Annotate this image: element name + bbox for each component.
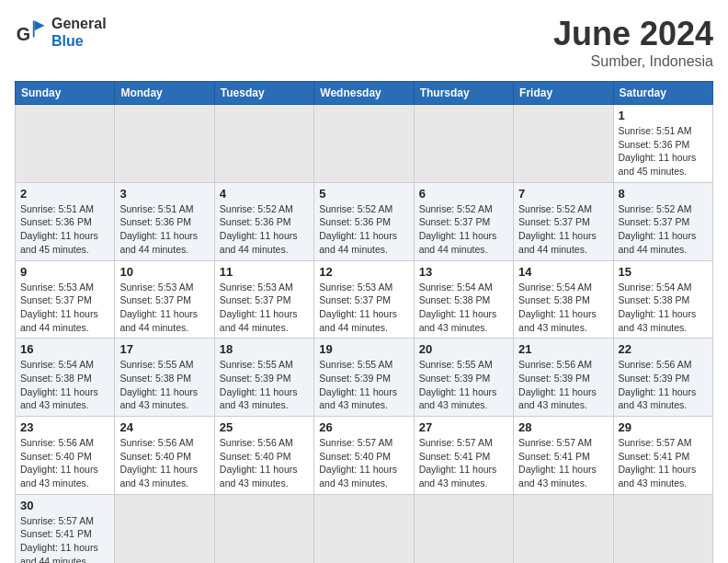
weekday-header-friday: Friday xyxy=(514,82,613,105)
calendar-cell xyxy=(414,105,513,183)
calendar-cell: 23Sunrise: 5:56 AMSunset: 5:40 PMDayligh… xyxy=(16,417,115,495)
calendar-cell: 27Sunrise: 5:57 AMSunset: 5:41 PMDayligh… xyxy=(414,417,513,495)
day-number: 27 xyxy=(419,420,508,434)
weekday-header-monday: Monday xyxy=(115,82,214,105)
calendar-cell: 1Sunrise: 5:51 AMSunset: 5:36 PMDaylight… xyxy=(613,105,712,183)
day-info: Sunrise: 5:56 AMSunset: 5:39 PMDaylight:… xyxy=(619,358,708,412)
weekday-header-saturday: Saturday xyxy=(613,82,712,105)
calendar-cell: 28Sunrise: 5:57 AMSunset: 5:41 PMDayligh… xyxy=(514,417,613,495)
calendar-cell: 17Sunrise: 5:55 AMSunset: 5:38 PMDayligh… xyxy=(115,339,214,417)
day-info: Sunrise: 5:51 AMSunset: 5:36 PMDaylight:… xyxy=(119,202,209,257)
day-info: Sunrise: 5:53 AMSunset: 5:37 PMDaylight:… xyxy=(319,281,408,335)
day-number: 4 xyxy=(220,187,309,201)
calendar-cell xyxy=(314,105,414,183)
logo-text: General Blue xyxy=(51,15,107,50)
logo: G General Blue xyxy=(15,15,107,50)
day-info: Sunrise: 5:56 AMSunset: 5:40 PMDaylight:… xyxy=(220,436,309,490)
calendar-cell: 20Sunrise: 5:55 AMSunset: 5:39 PMDayligh… xyxy=(414,339,513,417)
day-info: Sunrise: 5:55 AMSunset: 5:38 PMDaylight:… xyxy=(119,358,209,412)
day-number: 1 xyxy=(619,109,708,122)
weekday-header-sunday: Sunday xyxy=(16,82,115,105)
day-info: Sunrise: 5:54 AMSunset: 5:38 PMDaylight:… xyxy=(419,281,508,335)
day-info: Sunrise: 5:56 AMSunset: 5:40 PMDaylight:… xyxy=(20,436,109,490)
calendar-cell: 4Sunrise: 5:52 AMSunset: 5:36 PMDaylight… xyxy=(214,182,313,260)
calendar-cell: 22Sunrise: 5:56 AMSunset: 5:39 PMDayligh… xyxy=(613,339,712,417)
calendar-week-row: 1Sunrise: 5:51 AMSunset: 5:36 PMDaylight… xyxy=(16,105,713,183)
day-number: 25 xyxy=(220,420,309,434)
calendar-cell xyxy=(314,494,414,563)
weekday-header-wednesday: Wednesday xyxy=(314,82,414,105)
calendar-cell: 12Sunrise: 5:53 AMSunset: 5:37 PMDayligh… xyxy=(314,260,414,339)
calendar-cell: 18Sunrise: 5:55 AMSunset: 5:39 PMDayligh… xyxy=(214,339,313,417)
day-number: 6 xyxy=(419,187,508,201)
calendar-week-row: 2Sunrise: 5:51 AMSunset: 5:36 PMDaylight… xyxy=(16,182,713,260)
calendar-cell: 16Sunrise: 5:54 AMSunset: 5:38 PMDayligh… xyxy=(16,339,115,417)
day-info: Sunrise: 5:57 AMSunset: 5:40 PMDaylight:… xyxy=(319,436,408,490)
day-info: Sunrise: 5:52 AMSunset: 5:36 PMDaylight:… xyxy=(220,202,309,257)
page-header: G General Blue June 2024 Sumber, Indones… xyxy=(15,15,713,70)
calendar-cell xyxy=(115,105,214,183)
day-info: Sunrise: 5:54 AMSunset: 5:38 PMDaylight:… xyxy=(518,281,608,335)
day-info: Sunrise: 5:55 AMSunset: 5:39 PMDaylight:… xyxy=(419,358,508,412)
day-number: 7 xyxy=(518,187,608,201)
calendar-week-row: 30Sunrise: 5:57 AMSunset: 5:41 PMDayligh… xyxy=(16,494,713,563)
day-number: 28 xyxy=(518,420,608,434)
day-info: Sunrise: 5:51 AMSunset: 5:36 PMDaylight:… xyxy=(20,202,109,257)
calendar-cell: 15Sunrise: 5:54 AMSunset: 5:38 PMDayligh… xyxy=(613,260,712,339)
calendar-cell: 24Sunrise: 5:56 AMSunset: 5:40 PMDayligh… xyxy=(115,417,214,495)
day-number: 14 xyxy=(518,265,608,279)
weekday-header-thursday: Thursday xyxy=(414,82,513,105)
location: Sumber, Indonesia xyxy=(553,53,713,70)
day-info: Sunrise: 5:52 AMSunset: 5:37 PMDaylight:… xyxy=(518,202,608,257)
day-number: 3 xyxy=(119,187,209,201)
day-info: Sunrise: 5:52 AMSunset: 5:37 PMDaylight:… xyxy=(419,202,508,257)
weekday-header-row: SundayMondayTuesdayWednesdayThursdayFrid… xyxy=(16,82,713,105)
day-number: 9 xyxy=(20,265,109,279)
svg-text:G: G xyxy=(17,24,30,44)
calendar-table: SundayMondayTuesdayWednesdayThursdayFrid… xyxy=(15,81,713,563)
day-number: 13 xyxy=(419,265,508,279)
calendar-cell xyxy=(514,105,613,183)
calendar-cell: 9Sunrise: 5:53 AMSunset: 5:37 PMDaylight… xyxy=(16,260,115,339)
calendar-cell xyxy=(613,494,712,563)
calendar-week-row: 9Sunrise: 5:53 AMSunset: 5:37 PMDaylight… xyxy=(16,260,713,339)
day-number: 5 xyxy=(319,187,408,201)
calendar-cell xyxy=(214,494,313,563)
calendar-cell: 10Sunrise: 5:53 AMSunset: 5:37 PMDayligh… xyxy=(115,260,214,339)
day-info: Sunrise: 5:55 AMSunset: 5:39 PMDaylight:… xyxy=(220,358,309,412)
day-number: 24 xyxy=(119,420,209,434)
calendar-cell xyxy=(514,494,613,563)
svg-marker-2 xyxy=(35,21,45,31)
day-number: 29 xyxy=(619,420,708,434)
day-number: 11 xyxy=(220,265,309,279)
day-info: Sunrise: 5:55 AMSunset: 5:39 PMDaylight:… xyxy=(319,358,408,412)
day-number: 15 xyxy=(619,265,708,279)
day-info: Sunrise: 5:57 AMSunset: 5:41 PMDaylight:… xyxy=(20,514,109,563)
calendar-week-row: 16Sunrise: 5:54 AMSunset: 5:38 PMDayligh… xyxy=(16,339,713,417)
day-info: Sunrise: 5:52 AMSunset: 5:36 PMDaylight:… xyxy=(319,202,408,257)
calendar-cell xyxy=(16,105,115,183)
day-info: Sunrise: 5:56 AMSunset: 5:40 PMDaylight:… xyxy=(119,436,209,490)
logo-icon: G xyxy=(15,16,48,49)
calendar-cell: 14Sunrise: 5:54 AMSunset: 5:38 PMDayligh… xyxy=(514,260,613,339)
day-info: Sunrise: 5:57 AMSunset: 5:41 PMDaylight:… xyxy=(419,436,508,490)
day-number: 16 xyxy=(20,342,109,356)
svg-rect-3 xyxy=(33,21,35,38)
calendar-cell: 8Sunrise: 5:52 AMSunset: 5:37 PMDaylight… xyxy=(613,182,712,260)
calendar-cell: 3Sunrise: 5:51 AMSunset: 5:36 PMDaylight… xyxy=(115,182,214,260)
day-info: Sunrise: 5:53 AMSunset: 5:37 PMDaylight:… xyxy=(220,281,309,335)
day-info: Sunrise: 5:54 AMSunset: 5:38 PMDaylight:… xyxy=(619,281,708,335)
day-number: 18 xyxy=(220,342,309,356)
day-number: 20 xyxy=(419,342,508,356)
day-info: Sunrise: 5:57 AMSunset: 5:41 PMDaylight:… xyxy=(619,436,708,490)
calendar-cell: 2Sunrise: 5:51 AMSunset: 5:36 PMDaylight… xyxy=(16,182,115,260)
day-number: 10 xyxy=(119,265,209,279)
day-number: 30 xyxy=(20,499,109,512)
calendar-cell: 19Sunrise: 5:55 AMSunset: 5:39 PMDayligh… xyxy=(314,339,414,417)
day-info: Sunrise: 5:52 AMSunset: 5:37 PMDaylight:… xyxy=(619,202,708,257)
day-number: 23 xyxy=(20,420,109,434)
day-info: Sunrise: 5:51 AMSunset: 5:36 PMDaylight:… xyxy=(619,124,708,178)
day-number: 26 xyxy=(319,420,408,434)
day-number: 17 xyxy=(119,342,209,356)
calendar-cell xyxy=(414,494,513,563)
